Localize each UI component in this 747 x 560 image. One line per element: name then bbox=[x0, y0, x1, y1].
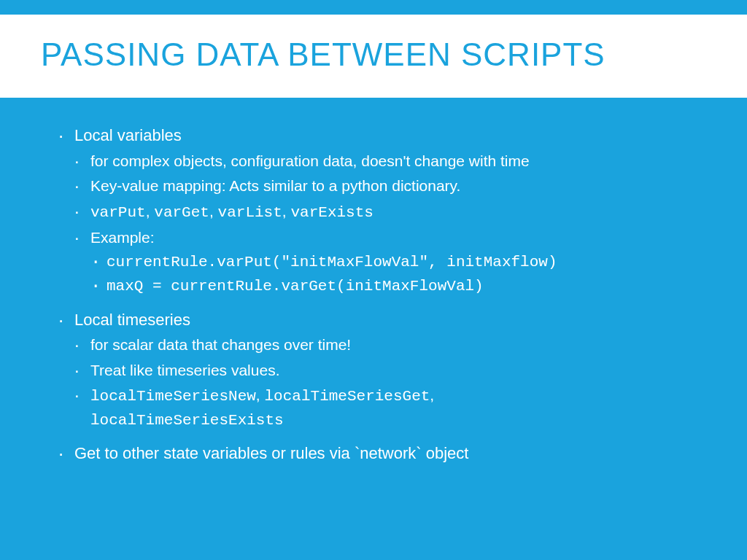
slide-title: PASSING DATA BETWEEN SCRIPTS bbox=[41, 36, 732, 73]
bullet-network-object: Get to other state variables or rules vi… bbox=[58, 442, 703, 465]
bullet-list: Local variables for complex objects, con… bbox=[58, 124, 703, 465]
code-line: currentRule.varPut("initMaxFlowVal", ini… bbox=[90, 252, 703, 273]
slide-content: Local variables for complex objects, con… bbox=[0, 98, 747, 465]
separator: , bbox=[282, 203, 291, 219]
sub-bullet: Key-value mapping: Acts similar to a pyt… bbox=[74, 175, 703, 197]
sub-bullet-code: localTimeSeriesNew, localTimeSeriesGet, … bbox=[74, 384, 703, 432]
bullet-text: Local variables bbox=[74, 126, 182, 144]
code-token: varExists bbox=[290, 204, 373, 221]
separator: , bbox=[430, 386, 434, 403]
bullet-text: Local timeseries bbox=[74, 311, 190, 329]
bullet-text: Example: bbox=[90, 229, 155, 246]
code-token: localTimeSeriesNew bbox=[90, 388, 256, 405]
code-token: localTimeSeriesGet bbox=[265, 388, 430, 405]
top-accent-strip bbox=[0, 0, 747, 15]
code-token: localTimeSeriesExists bbox=[90, 412, 284, 429]
separator: , bbox=[209, 203, 218, 219]
sub-bullet-code: varPut, varGet, varList, varExists bbox=[74, 201, 703, 224]
code-line: maxQ = currentRule.varGet(initMaxFlowVal… bbox=[90, 276, 703, 298]
sub-bullet: for complex objects, configuration data,… bbox=[74, 150, 703, 172]
example-list: currentRule.varPut("initMaxFlowVal", ini… bbox=[90, 252, 703, 298]
sub-bullet-example: Example: currentRule.varPut("initMaxFlow… bbox=[74, 227, 703, 298]
separator: , bbox=[146, 203, 155, 219]
code-token: varPut bbox=[90, 204, 146, 221]
sub-list: for complex objects, configuration data,… bbox=[74, 150, 703, 298]
bullet-local-variables: Local variables for complex objects, con… bbox=[58, 124, 703, 298]
code-token: varList bbox=[218, 204, 282, 221]
bullet-local-timeseries: Local timeseries for scalar data that ch… bbox=[58, 308, 703, 432]
sub-bullet: Treat like timeseries values. bbox=[74, 359, 703, 381]
sub-bullet: for scalar data that changes over time! bbox=[74, 334, 703, 356]
separator: , bbox=[256, 386, 265, 403]
code-token: varGet bbox=[154, 204, 209, 221]
title-band: PASSING DATA BETWEEN SCRIPTS bbox=[0, 15, 747, 98]
sub-list: for scalar data that changes over time! … bbox=[74, 334, 703, 432]
